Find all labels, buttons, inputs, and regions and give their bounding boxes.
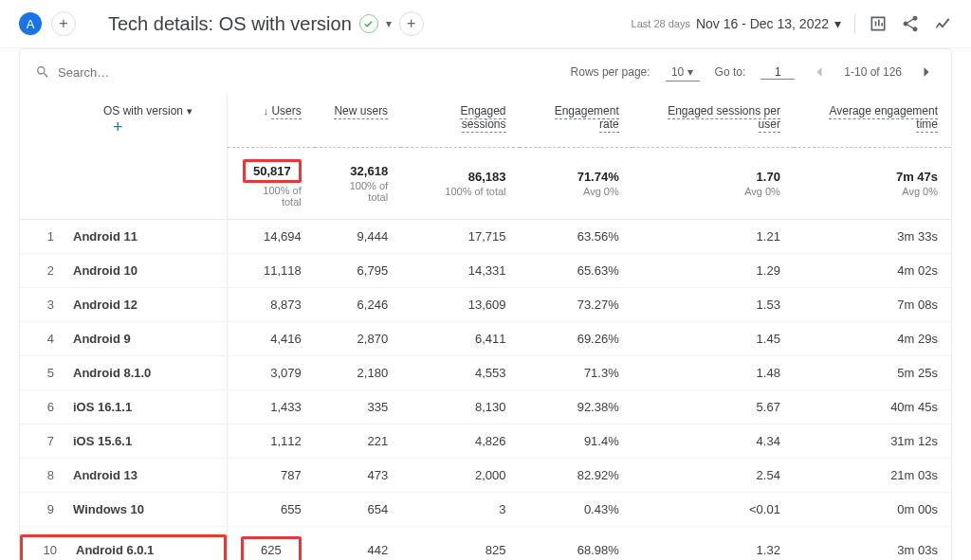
totals-cell: 86,183100% of total [401,147,519,219]
divider [854,14,855,33]
data-cell: 92.38% [520,389,632,424]
goto-label: Go to: [715,65,746,79]
title-dropdown-icon[interactable]: ▾ [386,17,392,30]
top-right-actions: Last 28 days Nov 16 - Dec 13, 2022 ▾ [632,14,952,33]
data-cell: 4,826 [401,424,519,458]
totals-cell: 50,817100% of total [227,147,315,219]
pagination-range: 1-10 of 126 [844,65,902,79]
add-button-title[interactable]: + [399,11,424,36]
data-cell: 221 [315,424,401,458]
data-cell: 8,130 [401,389,519,424]
data-cell: 655 [227,492,315,526]
next-page-icon[interactable] [917,63,936,81]
dimension-selector[interactable]: OS with version ▾ [103,104,192,117]
totals-row: 50,817100% of total32,618100% of total86… [20,147,951,219]
table-row[interactable]: 8Android 137874732,00082.92%2.5421m 03s [20,458,951,492]
add-dimension-button[interactable]: + [113,117,123,136]
share-icon[interactable] [901,14,920,33]
data-cell: 21m 03s [794,458,951,492]
avatar[interactable]: A [19,12,42,35]
data-cell: 4,553 [401,355,519,389]
data-cell: 13,609 [401,287,519,321]
data-cell: 73.27% [520,287,632,321]
table-row[interactable]: 6iOS 16.1.11,4333358,13092.38%5.6740m 45… [20,389,951,424]
top-bar: A + Tech details: OS with version ▾ + La… [0,0,971,48]
data-cell: 4,416 [227,321,315,355]
data-cell: 2,000 [401,458,519,492]
data-cell: 82.92% [520,458,632,492]
dimension-header-cell: OS with version ▾ + [20,95,227,147]
data-cell: 63.56% [520,219,632,253]
table-control-bar: Rows per page: 10 ▾ Go to: 1-10 of 126 [20,49,951,95]
search-input[interactable] [58,65,247,80]
table-row[interactable]: 3Android 128,8736,24613,60973.27%1.537m … [20,287,951,321]
data-cell: 7m 08s [794,287,951,321]
table-row[interactable]: 1Android 1114,6949,44417,71563.56%1.213m… [20,219,951,253]
edit-report-icon[interactable] [869,14,888,33]
data-cell: 1.45 [632,321,794,355]
table-row[interactable]: 5Android 8.1.03,0792,1804,55371.3%1.485m… [20,355,951,389]
data-cell: 335 [315,389,401,424]
data-cell: 3m 33s [794,219,951,253]
data-cell: 31m 12s [794,424,951,458]
data-cell: 71.3% [520,355,632,389]
col-header-engaged[interactable]: Engaged sessions [401,95,519,147]
totals-cell: 32,618100% of total [315,147,401,219]
page-title-text: Tech details: OS with version [108,13,352,35]
data-table: OS with version ▾ + ↓ Users New users En… [20,95,951,560]
data-cell: 14,694 [227,219,315,253]
date-range-picker[interactable]: Last 28 days Nov 16 - Dec 13, 2022 ▾ [632,16,841,31]
data-cell: 5m 25s [794,355,951,389]
data-cell: 1.48 [632,355,794,389]
col-header-avgtime[interactable]: Average engagement time [794,95,951,147]
data-cell: 6,795 [315,253,401,287]
totals-cell: 7m 47sAvg 0% [794,147,951,219]
search-icon [35,64,50,80]
rows-per-page-select[interactable]: 10 ▾ [666,63,700,81]
data-cell: 2,180 [315,355,401,389]
data-cell: 1,112 [227,424,315,458]
rows-per-page-label: Rows per page: [571,65,650,79]
insights-icon[interactable] [933,14,952,33]
col-header-users[interactable]: ↓ Users [227,95,315,147]
table-row[interactable]: 10Android 6.0.162544282568.98%1.323m 03s [20,526,951,560]
col-header-newusers[interactable]: New users [315,95,401,147]
data-cell: 442 [315,526,401,560]
goto-input[interactable] [760,65,795,80]
data-cell: 4m 02s [794,253,951,287]
data-cell: <0.01 [632,492,794,526]
table-row[interactable]: 2Android 1011,1186,79514,33165.63%1.294m… [20,253,951,287]
data-cell: 4m 29s [794,321,951,355]
data-cell: 0.43% [520,492,632,526]
data-cell: 1.32 [632,526,794,560]
data-cell: 0m 00s [794,492,951,526]
data-cell: 4.34 [632,424,794,458]
data-cell: 3 [401,492,519,526]
table-row[interactable]: 4Android 94,4162,8706,41169.26%1.454m 29… [20,321,951,355]
data-cell: 787 [227,458,315,492]
data-cell: 68.98% [520,526,632,560]
data-cell: 654 [315,492,401,526]
col-header-engperuser[interactable]: Engaged sessions per user [632,95,794,147]
data-cell: 5.67 [632,389,794,424]
data-cell: 1.29 [632,253,794,287]
add-button-left[interactable]: + [51,11,76,36]
data-cell: 14,331 [401,253,519,287]
table-row[interactable]: 9Windows 1065565430.43%<0.010m 00s [20,492,951,526]
data-cell: 6,246 [315,287,401,321]
data-cell: 40m 45s [794,389,951,424]
date-range-value: Nov 16 - Dec 13, 2022 [696,16,829,31]
data-cell: 2.54 [632,458,794,492]
table-row[interactable]: 7iOS 15.6.11,1122214,82691.4%4.3431m 12s [20,424,951,458]
data-cell: 1.53 [632,287,794,321]
prev-page-icon[interactable] [810,63,829,81]
sort-down-icon: ↓ [264,105,269,117]
chevron-down-icon: ▾ [834,16,841,31]
data-cell: 17,715 [401,219,519,253]
date-range-label: Last 28 days [632,18,690,29]
data-cell: 3,079 [227,355,315,389]
data-table-card: Rows per page: 10 ▾ Go to: 1-10 of 126 O… [19,48,952,560]
data-cell: 9,444 [315,219,401,253]
col-header-engrate[interactable]: Engagement rate [520,95,632,147]
data-cell: 3m 03s [794,526,951,560]
